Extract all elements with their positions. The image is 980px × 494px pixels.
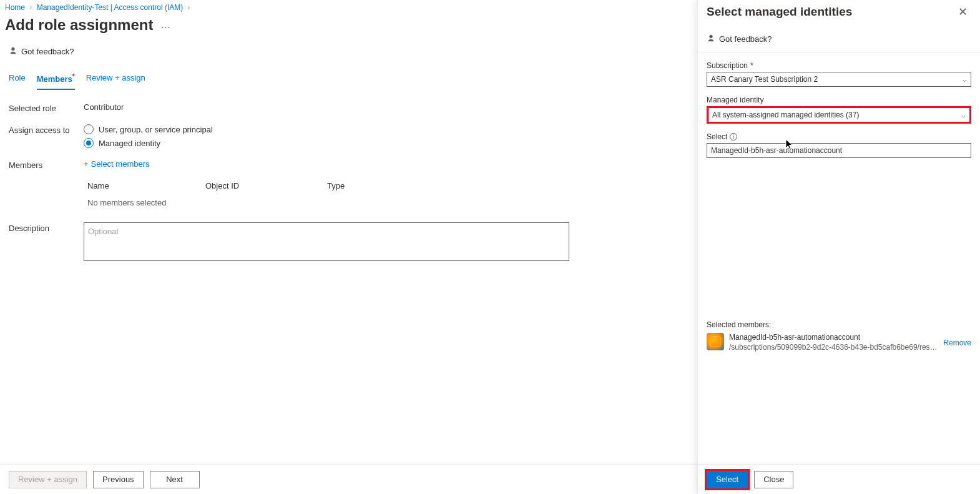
- panel-footer: Select Close: [698, 464, 980, 494]
- breadcrumb-home[interactable]: Home: [5, 3, 25, 12]
- members-col-name: Name: [84, 181, 205, 190]
- info-icon: i: [730, 133, 737, 141]
- panel-close-button[interactable]: Close: [754, 471, 793, 488]
- page-title: Add role assignment: [5, 16, 153, 34]
- chevron-down-icon: ⌵: [963, 76, 967, 84]
- tab-review-assign[interactable]: Review + assign: [86, 73, 145, 90]
- breadcrumb-sep-1: ›: [29, 3, 32, 12]
- required-icon: *: [750, 61, 753, 70]
- panel-select-button[interactable]: Select: [707, 471, 748, 488]
- tab-members[interactable]: Members*: [37, 73, 75, 90]
- selected-role-value: Contributor: [84, 102, 124, 112]
- radio-managed-identity[interactable]: Managed identity: [84, 138, 213, 148]
- select-search-label: Select: [707, 132, 727, 141]
- next-button[interactable]: Next: [150, 471, 200, 488]
- select-members-link[interactable]: +Select members: [84, 159, 150, 169]
- person-feedback-icon: [707, 34, 715, 44]
- members-empty-row: No members selected: [84, 194, 446, 211]
- radio-mi-label: Managed identity: [99, 139, 160, 148]
- page-more-icon[interactable]: …: [160, 19, 170, 31]
- members-col-type: Type: [327, 181, 446, 190]
- members-label: Members: [9, 159, 84, 170]
- selected-members-label: Selected members:: [707, 320, 971, 329]
- tab-role[interactable]: Role: [9, 73, 26, 90]
- panel-feedback-label: Got feedback?: [719, 34, 772, 44]
- tab-members-label: Members: [37, 74, 72, 84]
- breadcrumb-resource[interactable]: ManagedIdentity-Test | Access control (I…: [37, 3, 184, 12]
- remove-member-link[interactable]: Remove: [943, 338, 971, 347]
- managed-identity-label: Managed identity: [707, 96, 763, 104]
- wizard-footer: Review + assign Previous Next: [0, 464, 697, 494]
- select-search-input[interactable]: [707, 143, 971, 158]
- managed-identity-value: All system-assigned managed identities (…: [712, 111, 859, 119]
- description-input[interactable]: [84, 222, 569, 261]
- selected-member-path: /subscriptions/509099b2-9d2c-4636-b43e-b…: [729, 343, 938, 353]
- plus-icon: +: [84, 159, 89, 169]
- person-feedback-icon: [9, 46, 17, 57]
- subscription-value: ASR Canary Test Subscription 2: [711, 75, 818, 84]
- description-label: Description: [9, 222, 84, 233]
- radio-user-label: User, group, or service principal: [99, 125, 213, 134]
- managed-identity-icon: [707, 333, 724, 350]
- radio-user-group-sp[interactable]: User, group, or service principal: [84, 124, 213, 134]
- feedback-label: Got feedback?: [21, 47, 74, 56]
- select-members-text: Select members: [91, 159, 150, 169]
- breadcrumb-sep-2: ›: [188, 3, 190, 12]
- radio-checked-icon: [84, 138, 94, 148]
- panel-title: Select managed identities: [707, 5, 852, 19]
- tab-members-required-icon: *: [72, 73, 75, 80]
- previous-button[interactable]: Previous: [93, 471, 144, 488]
- subscription-select[interactable]: ASR Canary Test Subscription 2 ⌵: [707, 72, 971, 87]
- subscription-label: Subscription: [707, 61, 748, 70]
- close-icon[interactable]: ✕: [956, 2, 970, 21]
- panel-feedback-link[interactable]: Got feedback?: [698, 26, 980, 52]
- select-managed-identities-panel: Select managed identities ✕ Got feedback…: [697, 0, 980, 494]
- review-assign-button[interactable]: Review + assign: [9, 471, 87, 488]
- selected-member-row: ManagedId-b5h-asr-automationaccount /sub…: [707, 333, 971, 352]
- members-col-object-id: Object ID: [205, 181, 327, 190]
- selected-role-label: Selected role: [9, 102, 84, 113]
- selected-member-name: ManagedId-b5h-asr-automationaccount: [729, 333, 938, 343]
- radio-unchecked-icon: [84, 124, 94, 134]
- managed-identity-select[interactable]: All system-assigned managed identities (…: [707, 106, 971, 124]
- chevron-down-icon: ⌵: [961, 111, 966, 119]
- assign-access-label: Assign access to: [9, 124, 84, 135]
